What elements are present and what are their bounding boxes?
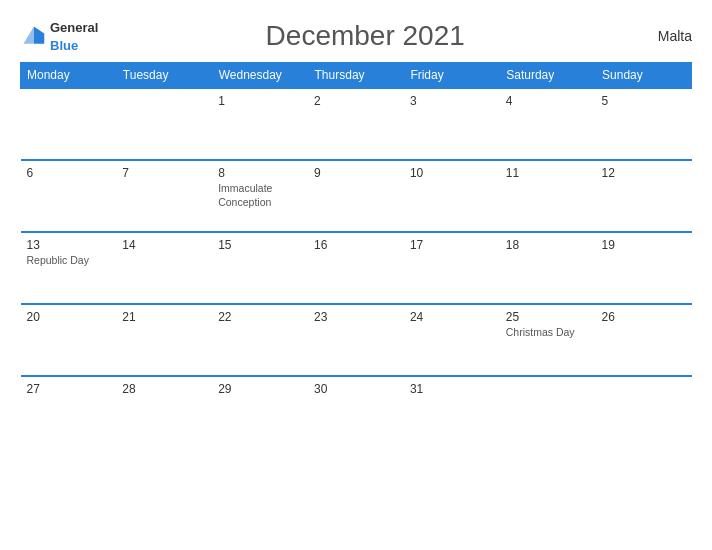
calendar-cell: [21, 88, 117, 160]
day-number: 16: [314, 238, 398, 252]
day-number: 28: [122, 382, 206, 396]
day-number: 18: [506, 238, 590, 252]
calendar-cell: 6: [21, 160, 117, 232]
day-number: 9: [314, 166, 398, 180]
calendar-cell: 14: [116, 232, 212, 304]
col-thursday: Thursday: [308, 63, 404, 89]
col-wednesday: Wednesday: [212, 63, 308, 89]
month-title: December 2021: [98, 20, 632, 52]
day-number: 26: [602, 310, 686, 324]
calendar-cell: 9: [308, 160, 404, 232]
day-number: 10: [410, 166, 494, 180]
svg-marker-1: [23, 26, 33, 43]
col-friday: Friday: [404, 63, 500, 89]
calendar-cell: 10: [404, 160, 500, 232]
calendar-page: General Blue December 2021 Malta Monday …: [0, 0, 712, 550]
days-header-row: Monday Tuesday Wednesday Thursday Friday…: [21, 63, 692, 89]
calendar-cell: 5: [596, 88, 692, 160]
col-sunday: Sunday: [596, 63, 692, 89]
calendar-cell: 22: [212, 304, 308, 376]
day-number: 12: [602, 166, 686, 180]
calendar-cell: 12: [596, 160, 692, 232]
col-monday: Monday: [21, 63, 117, 89]
calendar-cell: 27: [21, 376, 117, 448]
day-number: 30: [314, 382, 398, 396]
calendar-cell: 31: [404, 376, 500, 448]
day-number: 20: [27, 310, 111, 324]
day-number: 23: [314, 310, 398, 324]
day-number: 7: [122, 166, 206, 180]
calendar-cell: 11: [500, 160, 596, 232]
day-number: 31: [410, 382, 494, 396]
calendar-cell: 19: [596, 232, 692, 304]
day-number: 13: [27, 238, 111, 252]
logo-icon: [20, 23, 46, 49]
calendar-cell: 8Immaculate Conception: [212, 160, 308, 232]
calendar-cell: 17: [404, 232, 500, 304]
page-header: General Blue December 2021 Malta: [20, 18, 692, 54]
day-number: 4: [506, 94, 590, 108]
holiday-label: Republic Day: [27, 254, 111, 268]
day-number: 17: [410, 238, 494, 252]
calendar-cell: 2: [308, 88, 404, 160]
svg-marker-0: [34, 26, 44, 43]
calendar-cell: 21: [116, 304, 212, 376]
day-number: 29: [218, 382, 302, 396]
calendar-body: 12345678Immaculate Conception910111213Re…: [21, 88, 692, 448]
calendar-cell: [116, 88, 212, 160]
day-number: 11: [506, 166, 590, 180]
calendar-cell: 28: [116, 376, 212, 448]
calendar-cell: 13Republic Day: [21, 232, 117, 304]
calendar-cell: 15: [212, 232, 308, 304]
calendar-cell: 16: [308, 232, 404, 304]
day-number: 25: [506, 310, 590, 324]
calendar-cell: 4: [500, 88, 596, 160]
calendar-cell: [596, 376, 692, 448]
col-saturday: Saturday: [500, 63, 596, 89]
calendar-cell: 18: [500, 232, 596, 304]
calendar-week-row: 202122232425Christmas Day26: [21, 304, 692, 376]
logo-text: General Blue: [50, 18, 98, 54]
day-number: 27: [27, 382, 111, 396]
calendar-cell: 25Christmas Day: [500, 304, 596, 376]
day-number: 2: [314, 94, 398, 108]
logo: General Blue: [20, 18, 98, 54]
day-number: 22: [218, 310, 302, 324]
holiday-label: Christmas Day: [506, 326, 590, 340]
calendar-cell: 3: [404, 88, 500, 160]
day-number: 1: [218, 94, 302, 108]
calendar-cell: 24: [404, 304, 500, 376]
day-number: 3: [410, 94, 494, 108]
calendar-week-row: 13Republic Day141516171819: [21, 232, 692, 304]
calendar-cell: [500, 376, 596, 448]
day-number: 15: [218, 238, 302, 252]
calendar-cell: 7: [116, 160, 212, 232]
day-number: 8: [218, 166, 302, 180]
calendar-cell: 20: [21, 304, 117, 376]
calendar-cell: 23: [308, 304, 404, 376]
day-number: 6: [27, 166, 111, 180]
calendar-cell: 1: [212, 88, 308, 160]
day-number: 24: [410, 310, 494, 324]
day-number: 21: [122, 310, 206, 324]
calendar-cell: 30: [308, 376, 404, 448]
calendar-table: Monday Tuesday Wednesday Thursday Friday…: [20, 62, 692, 448]
calendar-week-row: 678Immaculate Conception9101112: [21, 160, 692, 232]
day-number: 5: [602, 94, 686, 108]
col-tuesday: Tuesday: [116, 63, 212, 89]
calendar-week-row: 12345: [21, 88, 692, 160]
holiday-label: Immaculate Conception: [218, 182, 302, 209]
calendar-cell: 29: [212, 376, 308, 448]
calendar-cell: 26: [596, 304, 692, 376]
calendar-week-row: 2728293031: [21, 376, 692, 448]
day-number: 19: [602, 238, 686, 252]
country-label: Malta: [632, 28, 692, 44]
day-number: 14: [122, 238, 206, 252]
